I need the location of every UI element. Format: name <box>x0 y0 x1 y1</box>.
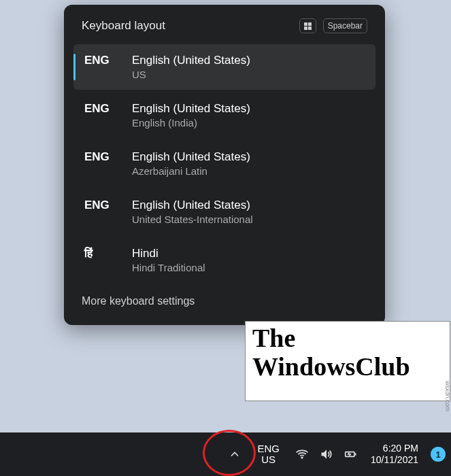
clock-time: 6:20 PM <box>383 443 418 455</box>
flyout-header: Keyboard layout Spacebar <box>73 14 375 44</box>
language-name: Hindi <box>132 247 205 260</box>
language-layout: English (India) <box>132 117 250 129</box>
clock-date: 10/11/2021 <box>371 454 418 466</box>
keyboard-layout-flyout: Keyboard layout Spacebar ENG English (Un… <box>64 5 385 325</box>
language-name: English (United States) <box>132 199 253 212</box>
language-code: हिं <box>84 247 118 273</box>
language-block: Hindi Hindi Traditional <box>132 247 205 273</box>
layout-item-azerbaijani[interactable]: ENG English (United States) Azerbaijani … <box>73 141 375 186</box>
spacebar-key-badge: Spacebar <box>323 18 367 33</box>
attribution-text: wsxdn.com <box>444 381 451 411</box>
language-layout: Hindi Traditional <box>132 262 205 273</box>
win-key-badge <box>299 18 316 33</box>
layout-item-english-india[interactable]: ENG English (United States) English (Ind… <box>73 92 375 138</box>
lang-indicator-line1: ENG <box>257 443 280 455</box>
windows-logo-icon <box>304 22 312 30</box>
language-block: English (United States) United States-In… <box>132 199 253 225</box>
notifications-badge[interactable]: 1 <box>431 447 446 462</box>
language-block: English (United States) US <box>132 54 250 80</box>
language-layout: Azerbaijani Latin <box>132 165 250 177</box>
lang-indicator-line2: US <box>261 454 275 466</box>
watermark-logo: The WindowsClub <box>245 321 450 401</box>
language-code: ENG <box>84 150 118 177</box>
language-indicator-button[interactable]: ENG US <box>252 441 285 469</box>
svg-rect-3 <box>355 453 356 455</box>
clock-button[interactable]: 6:20 PM 10/11/2021 <box>368 443 421 466</box>
language-code: ENG <box>84 102 118 129</box>
watermark-line2: WindowsClub <box>252 353 443 381</box>
layout-item-us[interactable]: ENG English (United States) US <box>73 44 375 90</box>
svg-point-0 <box>301 457 303 458</box>
svg-marker-1 <box>321 449 327 458</box>
language-name: English (United States) <box>132 150 250 164</box>
language-layout: US <box>132 69 250 80</box>
layout-list: ENG English (United States) US ENG Engli… <box>73 44 375 283</box>
show-hidden-icons-button[interactable] <box>227 447 242 462</box>
flyout-title: Keyboard layout <box>82 19 293 33</box>
language-code: ENG <box>84 54 118 80</box>
language-block: English (United States) Azerbaijani Lati… <box>132 150 250 177</box>
more-keyboard-settings-link[interactable]: More keyboard settings <box>73 283 375 316</box>
layout-item-hindi[interactable]: हिं Hindi Hindi Traditional <box>73 237 375 283</box>
wifi-icon[interactable] <box>295 447 310 462</box>
language-block: English (United States) English (India) <box>132 102 250 129</box>
battery-charging-icon[interactable] <box>344 447 358 462</box>
taskbar: ENG US 6:20 PM 10/11/2021 1 <box>0 432 451 476</box>
watermark-line1: The <box>252 324 443 353</box>
language-name: English (United States) <box>132 54 250 67</box>
volume-icon[interactable] <box>319 447 334 462</box>
language-name: English (United States) <box>132 102 250 116</box>
layout-item-us-international[interactable]: ENG English (United States) United State… <box>73 189 375 235</box>
language-layout: United States-International <box>132 214 253 225</box>
language-code: ENG <box>84 199 118 225</box>
